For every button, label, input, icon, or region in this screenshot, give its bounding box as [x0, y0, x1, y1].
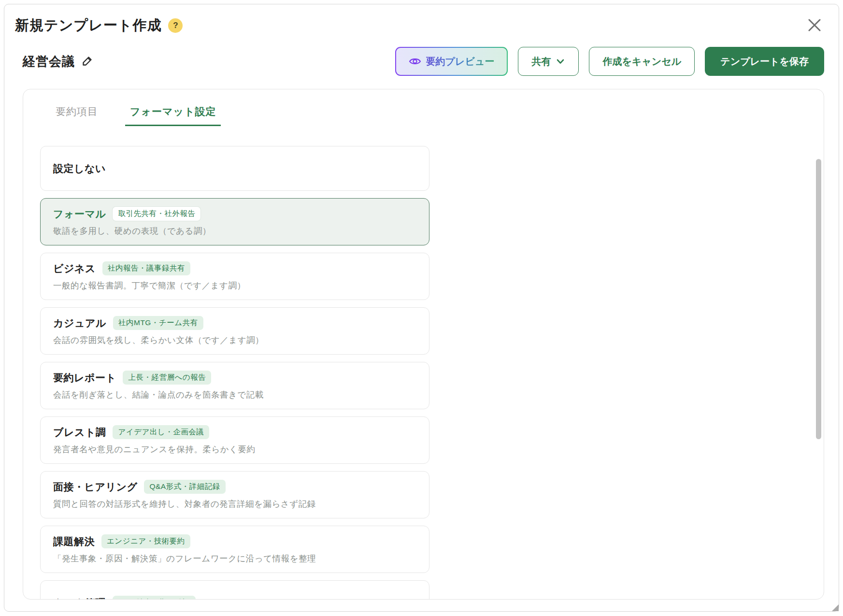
option-badge: 社内MTG・チーム共有 [113, 316, 203, 330]
page-title: 新規テンプレート作成 [15, 16, 161, 35]
action-buttons: 要約プレビュー 共有 作成をキャンセル テンプレートを保存 [395, 47, 825, 76]
format-option-card[interactable]: カジュアル 社内MTG・チーム共有 会話の雰囲気を残し、柔らかい文体（です／ます… [40, 307, 429, 355]
option-badge: 取引先共有・社外報告 [113, 207, 200, 221]
format-option-card[interactable]: フォーマル 取引先共有・社外報告 敬語を多用し、硬めの表現（である調） [40, 198, 429, 245]
format-option-list: 設定しない フォーマル 取引先共有・社外報告 敬語を多用し、硬めの表現（である調… [40, 146, 429, 600]
option-title: 課題解決 [53, 535, 95, 548]
template-name-group: 経営会議 [23, 53, 93, 70]
summary-preview-button[interactable]: 要約プレビュー [395, 47, 508, 76]
scrollbar-thumb[interactable] [816, 159, 821, 439]
cancel-creation-label: 作成をキャンセル [602, 55, 681, 68]
option-title: タスク管理 [53, 596, 106, 600]
resize-grip-icon[interactable] [832, 604, 839, 611]
tab-summary-items[interactable]: 要約項目 [51, 105, 103, 126]
option-description: 敬語を多用し、硬めの表現（である調） [53, 225, 416, 237]
format-option-card[interactable]: 面接・ヒアリング Q&A形式・詳細記録 質問と回答の対話形式を維持し、対象者の発… [40, 471, 429, 518]
close-button[interactable] [805, 16, 824, 35]
option-title: 面接・ヒアリング [53, 480, 137, 494]
option-title: 要約レポート [53, 371, 116, 385]
format-option-card[interactable]: 設定しない [40, 146, 429, 191]
edit-name-button[interactable] [82, 55, 93, 68]
chevron-down-icon [556, 57, 565, 66]
cancel-creation-button[interactable]: 作成をキャンセル [589, 47, 695, 76]
option-description: 会話の雰囲気を残し、柔らかい文体（です／ます調） [53, 334, 416, 346]
close-icon [808, 19, 821, 33]
format-option-card[interactable]: タスク管理 ToDo抽出・期限確認 [40, 580, 429, 600]
option-badge: 上長・経営層への報告 [123, 371, 211, 385]
tab-bar: 要約項目 フォーマット設定 [51, 105, 824, 126]
format-option-card[interactable]: ビジネス 社内報告・議事録共有 一般的な報告書調。丁寧で簡潔（です／ます調） [40, 253, 429, 300]
eye-icon [409, 55, 421, 68]
summary-preview-label: 要約プレビュー [426, 55, 495, 68]
settings-panel: 要約項目 フォーマット設定 設定しない フォーマル 取引先共有・社外報告 敬語を… [23, 89, 824, 600]
template-name: 経営会議 [23, 53, 75, 70]
share-button[interactable]: 共有 [518, 47, 579, 76]
save-template-label: テンプレートを保存 [720, 55, 809, 68]
option-badge: 社内報告・議事録共有 [102, 261, 190, 275]
option-description: 「発生事象・原因・解決策」のフレームワークに沿って情報を整理 [53, 553, 416, 564]
option-badge: ToDo抽出・期限確認 [113, 596, 196, 600]
share-label: 共有 [531, 55, 551, 68]
help-icon[interactable]: ? [168, 18, 183, 33]
option-title: 設定しない [53, 162, 106, 175]
format-option-card[interactable]: ブレスト調 アイデア出し・企画会議 発言者名や意見のニュアンスを保持。柔らかく要… [40, 416, 429, 464]
option-description: 質問と回答の対話形式を維持し、対象者の発言詳細を漏らさず記録 [53, 498, 416, 510]
option-title: カジュアル [53, 316, 106, 330]
pencil-icon [82, 55, 93, 68]
save-template-button[interactable]: テンプレートを保存 [705, 47, 824, 76]
option-description: 会話を削ぎ落とし、結論・論点のみを箇条書きで記載 [53, 389, 416, 401]
modal-subheader: 経営会議 要約プレビュー [19, 47, 824, 76]
format-option-card[interactable]: 要約レポート 上長・経営層への報告 会話を削ぎ落とし、結論・論点のみを箇条書きで… [40, 362, 429, 409]
option-badge: エンジニア・技術要約 [101, 534, 190, 548]
tab-format-settings[interactable]: フォーマット設定 [125, 105, 221, 126]
create-template-modal: 新規テンプレート作成 ? 経営会議 [4, 4, 839, 612]
option-badge: アイデア出し・企画会議 [113, 425, 209, 439]
option-description: 発言者名や意見のニュアンスを保持。柔らかく要約 [53, 444, 416, 455]
modal-header: 新規テンプレート作成 ? [15, 15, 824, 36]
option-badge: Q&A形式・詳細記録 [144, 480, 225, 494]
option-title: フォーマル [53, 207, 106, 221]
format-option-card[interactable]: 課題解決 エンジニア・技術要約 「発生事象・原因・解決策」のフレームワークに沿っ… [40, 526, 429, 573]
option-description: 一般的な報告書調。丁寧で簡潔（です／ます調） [53, 280, 416, 291]
option-title: ブレスト調 [53, 426, 106, 439]
option-title: ビジネス [53, 262, 96, 275]
